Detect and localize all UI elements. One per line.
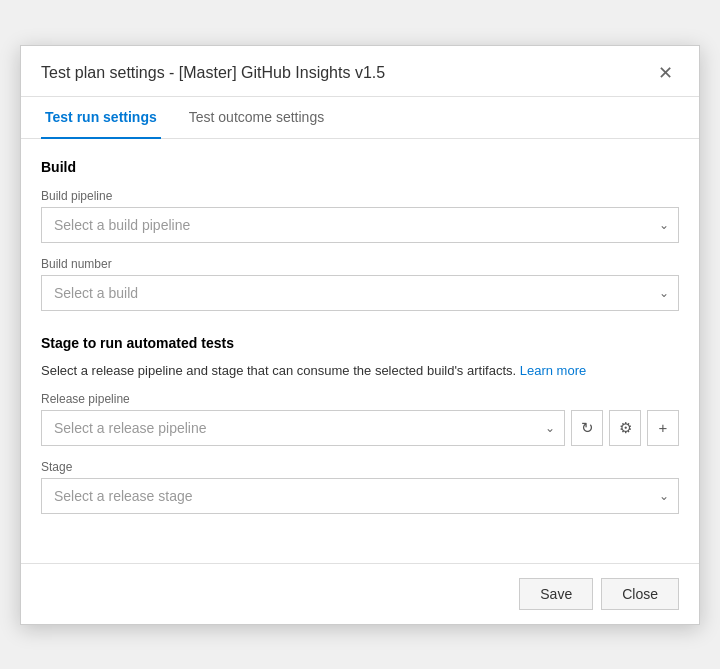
pipeline-label: Build pipeline <box>41 189 679 203</box>
release-pipeline-wrapper: Select a release pipeline ⌄ <box>41 410 565 446</box>
dialog-body: Build Build pipeline Select a build pipe… <box>21 139 699 563</box>
save-button[interactable]: Save <box>519 578 593 610</box>
build-pipeline-wrapper: Select a build pipeline ⌄ <box>41 207 679 243</box>
build-section: Build Build pipeline Select a build pipe… <box>41 159 679 311</box>
dialog-close-button[interactable]: ✕ <box>652 62 679 84</box>
tab-test-outcome-settings[interactable]: Test outcome settings <box>185 97 328 139</box>
release-pipeline-label: Release pipeline <box>41 392 679 406</box>
build-number-wrapper: Select a build ⌄ <box>41 275 679 311</box>
add-button[interactable]: + <box>647 410 679 446</box>
settings-button[interactable]: ⚙ <box>609 410 641 446</box>
stage-label: Stage <box>41 460 679 474</box>
tabs-bar: Test run settings Test outcome settings <box>21 97 699 139</box>
stage-section: Stage to run automated tests Select a re… <box>41 335 679 514</box>
dialog-header: Test plan settings - [Master] GitHub Ins… <box>21 46 699 97</box>
stage-section-title: Stage to run automated tests <box>41 335 679 351</box>
learn-more-link[interactable]: Learn more <box>520 363 586 378</box>
build-section-title: Build <box>41 159 679 175</box>
gear-icon: ⚙ <box>619 419 632 437</box>
refresh-button[interactable]: ↻ <box>571 410 603 446</box>
release-pipeline-select[interactable]: Select a release pipeline <box>41 410 565 446</box>
release-pipeline-row: Select a release pipeline ⌄ ↻ ⚙ + <box>41 410 679 446</box>
dialog-title: Test plan settings - [Master] GitHub Ins… <box>41 64 385 82</box>
stage-description: Select a release pipeline and stage that… <box>41 363 679 378</box>
refresh-icon: ↻ <box>581 419 594 437</box>
build-pipeline-select[interactable]: Select a build pipeline <box>41 207 679 243</box>
tab-test-run-settings[interactable]: Test run settings <box>41 97 161 139</box>
add-icon: + <box>659 419 668 436</box>
build-number-select[interactable]: Select a build <box>41 275 679 311</box>
dialog-footer: Save Close <box>21 563 699 624</box>
close-button[interactable]: Close <box>601 578 679 610</box>
dialog: Test plan settings - [Master] GitHub Ins… <box>20 45 700 625</box>
build-number-label: Build number <box>41 257 679 271</box>
stage-wrapper: Select a release stage ⌄ <box>41 478 679 514</box>
stage-select[interactable]: Select a release stage <box>41 478 679 514</box>
